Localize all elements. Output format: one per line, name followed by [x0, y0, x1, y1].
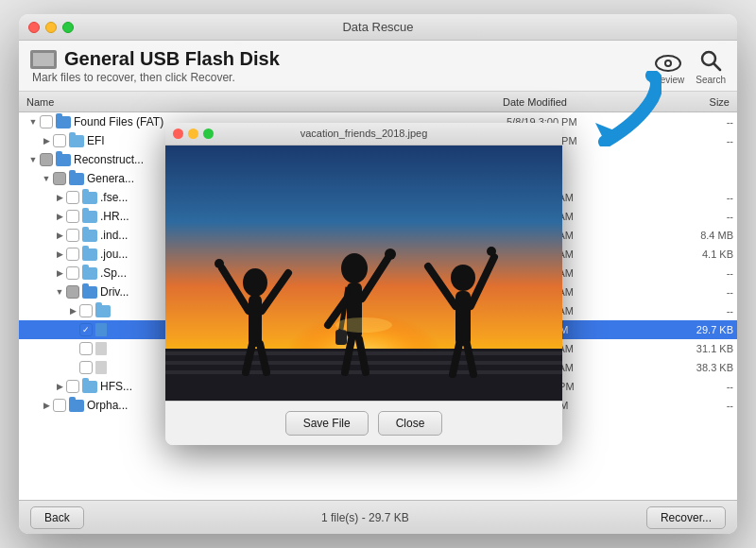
folder-icon [69, 400, 84, 412]
expand-arrow[interactable]: ▶ [53, 212, 66, 221]
device-name: General USB Flash Disk [64, 48, 280, 70]
svg-rect-28 [455, 291, 471, 346]
modal-minimize-button[interactable] [188, 128, 198, 139]
fullscreen-button[interactable] [62, 22, 74, 33]
recover-button[interactable]: Recover... [646, 506, 726, 529]
expand-arrow[interactable]: ▶ [53, 231, 66, 240]
row-checkbox[interactable] [66, 210, 79, 223]
minimize-button[interactable] [45, 22, 57, 33]
svg-line-4 [714, 64, 721, 71]
col-date-header: Date Modified [503, 96, 654, 108]
header-subtitle: Mark files to recover, then click Recove… [32, 71, 280, 84]
row-checkbox[interactable] [40, 115, 53, 128]
expand-arrow[interactable]: ▶ [53, 249, 66, 259]
svg-rect-21 [335, 330, 347, 345]
svg-point-2 [666, 61, 670, 65]
col-size-header: Size [654, 96, 730, 108]
svg-point-11 [243, 268, 267, 297]
row-checkbox[interactable]: ✓ [79, 323, 93, 336]
folder-icon [82, 230, 97, 242]
svg-point-23 [385, 248, 396, 260]
expand-arrow[interactable]: ▼ [53, 287, 66, 297]
folder-icon [82, 192, 97, 204]
row-checkbox[interactable] [53, 134, 66, 147]
row-checkbox[interactable] [79, 304, 93, 317]
svg-point-31 [487, 247, 496, 256]
close-button[interactable] [28, 22, 40, 33]
close-modal-button[interactable]: Close [378, 411, 443, 436]
expand-arrow[interactable]: ▶ [40, 136, 53, 146]
folder-icon [95, 305, 111, 317]
row-checkbox[interactable] [79, 342, 93, 355]
column-headers: Name Date Modified Size [19, 92, 737, 112]
svg-point-17 [215, 259, 224, 268]
preview-label: Preview [651, 75, 685, 85]
status-text: 1 file(s) - 29.7 KB [321, 511, 409, 524]
save-file-button[interactable]: Save File [285, 411, 369, 436]
row-checkbox[interactable] [66, 266, 79, 280]
main-window: Data Rescue General USB Flash Disk Mark … [19, 14, 737, 534]
svg-point-18 [341, 253, 368, 283]
expand-arrow[interactable]: ▶ [53, 268, 66, 278]
bottom-bar: Back 1 file(s) - 29.7 KB Recover... [19, 500, 737, 534]
preview-modal: vacation_friends_2018.jpeg [165, 123, 562, 445]
modal-traffic-lights [173, 128, 214, 139]
expand-arrow[interactable]: ▼ [26, 155, 40, 164]
expand-arrow[interactable]: ▶ [53, 193, 66, 202]
folder-icon [82, 286, 97, 299]
svg-point-27 [451, 265, 475, 291]
folder-icon [56, 116, 71, 128]
svg-point-34 [335, 317, 392, 333]
modal-footer: Save File Close [165, 401, 562, 445]
folder-icon [82, 248, 97, 261]
file-icon [95, 342, 107, 355]
folder-icon [82, 211, 97, 223]
title-bar: Data Rescue [19, 14, 737, 41]
row-checkbox[interactable] [79, 361, 93, 374]
expand-arrow[interactable]: ▶ [40, 401, 53, 410]
header-left: General USB Flash Disk Mark files to rec… [30, 48, 280, 84]
row-checkbox[interactable] [66, 248, 79, 261]
expand-arrow[interactable]: ▼ [40, 174, 53, 183]
modal-close-button[interactable] [173, 128, 183, 139]
drive-icon [30, 50, 57, 69]
device-info: General USB Flash Disk [30, 48, 280, 70]
row-checkbox[interactable] [66, 191, 79, 204]
folder-icon [82, 267, 97, 280]
row-checkbox[interactable] [40, 153, 53, 166]
expand-arrow[interactable]: ▶ [53, 382, 66, 391]
search-button[interactable]: Search [696, 48, 726, 85]
header: General USB Flash Disk Mark files to rec… [19, 41, 737, 92]
file-icon [95, 361, 107, 374]
image-svg [165, 146, 562, 401]
modal-title: vacation_friends_2018.jpeg [301, 128, 428, 139]
row-checkbox[interactable] [66, 380, 79, 393]
row-checkbox[interactable] [66, 229, 79, 242]
back-button[interactable]: Back [30, 506, 84, 529]
expand-arrow[interactable]: ▼ [26, 117, 40, 127]
preview-button[interactable]: Preview [651, 54, 685, 85]
traffic-lights [28, 22, 74, 33]
folder-icon [56, 154, 71, 166]
folder-icon [69, 135, 84, 147]
search-icon [698, 48, 723, 73]
eye-icon [655, 54, 681, 73]
file-icon [95, 323, 107, 336]
modal-fullscreen-button[interactable] [203, 128, 214, 139]
col-name-header: Name [26, 96, 503, 108]
preview-image [165, 146, 562, 401]
folder-icon [82, 381, 97, 393]
expand-arrow[interactable]: ▶ [66, 306, 79, 316]
row-checkbox[interactable] [53, 399, 66, 412]
svg-rect-12 [249, 295, 262, 347]
search-label: Search [696, 75, 726, 85]
row-checkbox[interactable] [53, 172, 66, 185]
window-title: Data Rescue [342, 20, 413, 34]
row-checkbox[interactable] [66, 285, 79, 299]
folder-icon [69, 173, 84, 185]
header-actions: Preview Search [651, 48, 726, 85]
modal-title-bar: vacation_friends_2018.jpeg [165, 123, 562, 146]
